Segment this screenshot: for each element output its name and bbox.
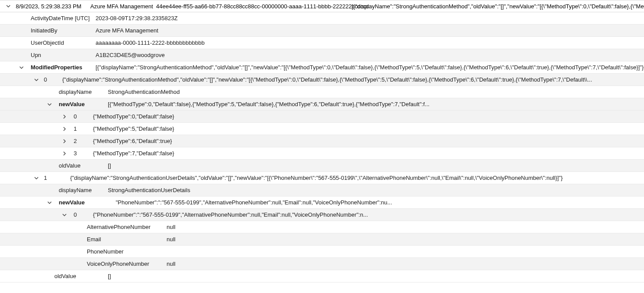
mp1-displayname-row: displayName StrongAuthenticationUserDeta… xyxy=(0,184,644,197)
detail-row-activitydatetime: ActivityDateTime [UTC] 2023-08-09T17:29:… xyxy=(0,12,644,25)
mp1-summary: {"displayName":"StrongAuthenticationUser… xyxy=(70,175,644,181)
value-userobjectid: aaaaaaaa-0000-1111-2222-bbbbbbbbbbbb xyxy=(96,39,205,46)
detail-row-upn: Upn A1B2C3D4E5@woodgrove xyxy=(0,49,644,61)
value-upn: A1B2C3D4E5@woodgrove xyxy=(96,52,165,58)
chevron-down-icon[interactable] xyxy=(61,213,68,217)
header-summary: [{"displayName":"StrongAuthenticationMet… xyxy=(352,3,644,10)
mp0-displayname-value: StrongAuthenticationMethod xyxy=(108,89,180,95)
label-modifiedproperties: ModifiedProperties xyxy=(31,64,96,71)
mp0-item-index: 2 xyxy=(74,138,93,144)
mp1-displayname-label: displayName xyxy=(59,187,108,193)
chevron-right-icon[interactable] xyxy=(61,151,68,156)
label-userobjectid: UserObjectId xyxy=(31,39,96,46)
mp0-newvalue-summary: [{"MethodType":0,"Default":false},{"Meth… xyxy=(108,101,430,107)
mp1-newvalue-summary: "PhoneNumber":":"567-555-0199","Alternat… xyxy=(116,199,392,206)
mp1-nv0-phone-row: PhoneNumber xyxy=(0,246,644,258)
mp0-newvalue-label: newValue xyxy=(59,101,108,107)
mp1-nv0-index: 0 xyxy=(74,211,93,218)
mp0-summary: {"displayName":"StrongAuthenticationMeth… xyxy=(62,76,644,83)
value-initiatedby: Azure MFA Management xyxy=(96,27,158,34)
mp1-email-label: Email xyxy=(87,236,167,243)
mp1-email-value: null xyxy=(167,236,175,243)
mp1-voice-label: VoiceOnlyPhoneNumber xyxy=(87,261,167,267)
mp1-phone-label: PhoneNumber xyxy=(87,248,167,255)
mp0-item-index: 3 xyxy=(74,150,93,157)
chevron-down-icon[interactable] xyxy=(18,65,25,70)
mp1-nv0-altphone-row: AlternativePhoneNumber null xyxy=(0,221,644,233)
chevron-right-icon[interactable] xyxy=(61,139,68,143)
header-correlation-id: 44ee44ee-ff55-aa66-bb77-88cc88cc88cc-000… xyxy=(156,3,352,10)
header-service: Azure MFA Management xyxy=(90,3,156,10)
mp0-newvalue-item[interactable]: 2{"MethodType":6,"Default":true} xyxy=(0,135,644,147)
chevron-down-icon[interactable] xyxy=(46,200,53,205)
modifiedproperties-row[interactable]: ModifiedProperties [{"displayName":"Stro… xyxy=(0,61,644,74)
mp0-displayname-label: displayName xyxy=(59,89,108,95)
chevron-down-icon[interactable] xyxy=(5,4,11,8)
chevron-down-icon[interactable] xyxy=(46,102,53,107)
header-date: 8/9/2023, 5:29:38.233 PM xyxy=(16,3,90,10)
mp0-item-value: {"MethodType":5,"Default":false} xyxy=(93,125,174,132)
mp0-row[interactable]: 0 {"displayName":"StrongAuthenticationMe… xyxy=(0,74,644,86)
mp1-nv0-summary: {"PhoneNumber":":"567-555-0199","Alterna… xyxy=(93,211,368,218)
mp0-oldvalue-label: oldValue xyxy=(59,162,108,169)
label-upn: Upn xyxy=(31,52,96,58)
mp0-displayname-row: displayName StrongAuthenticationMethod xyxy=(0,86,644,98)
chevron-right-icon[interactable] xyxy=(61,127,68,131)
mp0-newvalue-item[interactable]: 3{"MethodType":7,"Default":false} xyxy=(0,147,644,160)
value-modifiedproperties: [{"displayName":"StrongAuthenticationMet… xyxy=(96,64,644,71)
mp0-newvalue-row[interactable]: newValue [{"MethodType":0,"Default":fals… xyxy=(0,98,644,111)
detail-row-initiatedby: InitiatedBy Azure MFA Management xyxy=(0,25,644,37)
mp1-oldvalue-row: oldValue [] xyxy=(0,270,644,282)
mp1-oldvalue-value: [] xyxy=(108,273,111,279)
detail-row-userobjectid: UserObjectId aaaaaaaa-0000-1111-2222-bbb… xyxy=(0,37,644,49)
label-initiatedby: InitiatedBy xyxy=(31,27,96,34)
mp1-nv0-row[interactable]: 0 {"PhoneNumber":":"567-555-0199","Alter… xyxy=(0,209,644,221)
mp1-index: 1 xyxy=(44,175,70,181)
mp1-displayname-value: StrongAuthenticationUserDetails xyxy=(108,187,190,193)
mp0-index: 0 xyxy=(44,76,62,83)
mp0-newvalue-item[interactable]: 0{"MethodType":0,"Default":false} xyxy=(0,111,644,123)
mp1-newvalue-label: newValue xyxy=(59,199,116,206)
mp1-altphone-label: AlternativePhoneNumber xyxy=(87,224,167,230)
mp1-oldvalue-label: oldValue xyxy=(54,273,108,279)
mp1-nv0-email-row: Email null xyxy=(0,233,644,246)
mp0-oldvalue-row: oldValue [] xyxy=(0,160,644,172)
mp1-altphone-value: null xyxy=(167,224,175,230)
mp0-newvalue-item[interactable]: 1{"MethodType":5,"Default":false} xyxy=(0,123,644,135)
mp1-voice-value: null xyxy=(167,261,175,267)
mp0-item-value: {"MethodType":0,"Default":false} xyxy=(93,113,174,120)
log-header-row[interactable]: 8/9/2023, 5:29:38.233 PM Azure MFA Manag… xyxy=(0,0,644,12)
label-activitydatetime: ActivityDateTime [UTC] xyxy=(31,15,96,21)
chevron-right-icon[interactable] xyxy=(61,114,68,119)
chevron-down-icon[interactable] xyxy=(33,78,39,82)
mp1-row[interactable]: 1 {"displayName":"StrongAuthenticationUs… xyxy=(0,172,644,184)
mp0-item-value: {"MethodType":6,"Default":true} xyxy=(93,138,172,144)
mp0-item-index: 1 xyxy=(74,125,93,132)
mp0-item-index: 0 xyxy=(74,113,93,120)
mp1-newvalue-row[interactable]: newValue "PhoneNumber":":"567-555-0199",… xyxy=(0,197,644,209)
mp0-oldvalue-value: [] xyxy=(108,162,111,169)
mp1-nv0-voice-row: VoiceOnlyPhoneNumber null xyxy=(0,258,644,270)
mp0-item-value: {"MethodType":7,"Default":false} xyxy=(93,150,174,157)
chevron-down-icon[interactable] xyxy=(33,176,39,180)
value-activitydatetime: 2023-08-09T17:29:38.2335823Z xyxy=(96,15,178,21)
